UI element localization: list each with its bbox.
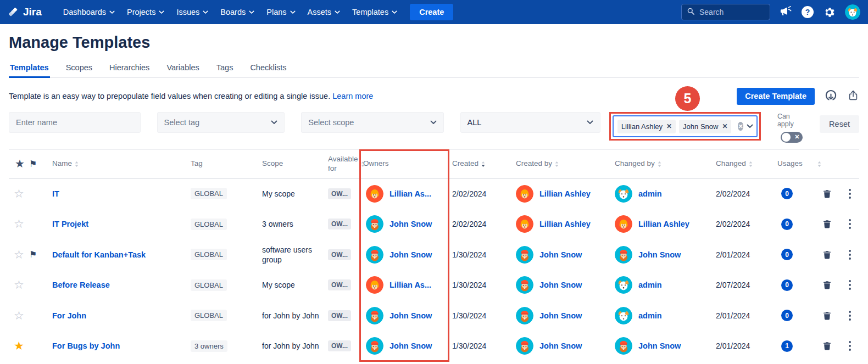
template-name-link[interactable]: For John bbox=[52, 311, 86, 320]
tag-filter-select[interactable]: Select tag bbox=[157, 112, 285, 133]
delete-button[interactable] bbox=[822, 341, 832, 351]
favorite-star-icon[interactable]: ★ bbox=[9, 339, 27, 352]
create-template-button[interactable]: Create Template bbox=[737, 88, 815, 105]
help-button[interactable]: ? bbox=[802, 6, 814, 18]
delete-button[interactable] bbox=[822, 280, 832, 290]
favorite-star-icon[interactable]: ☆ bbox=[9, 217, 27, 231]
kebab-menu-icon[interactable] bbox=[842, 219, 851, 229]
col-header-usages[interactable]: Usages bbox=[774, 159, 819, 169]
created-cell: 1/30/2024 bbox=[448, 281, 512, 289]
jira-logo[interactable]: Jira bbox=[8, 6, 42, 18]
delete-button[interactable] bbox=[822, 250, 832, 260]
user-link[interactable]: John Snow bbox=[539, 311, 582, 320]
changed-by-cell: admin bbox=[611, 307, 712, 324]
user-link[interactable]: Lillian Ashley bbox=[638, 220, 689, 228]
tag-cell: GLOBAL bbox=[187, 310, 258, 321]
user-link[interactable]: admin bbox=[638, 311, 662, 320]
user-link[interactable]: admin bbox=[638, 281, 662, 289]
template-name-link[interactable]: Before Release bbox=[52, 281, 110, 289]
user-link[interactable]: John Snow bbox=[539, 281, 582, 289]
remove-chip-icon[interactable]: ✕ bbox=[666, 123, 672, 130]
create-button[interactable]: Create bbox=[410, 4, 453, 20]
user-link[interactable]: John Snow bbox=[390, 250, 432, 259]
changed-by: admin bbox=[615, 307, 662, 324]
tab-variables[interactable]: Variables bbox=[165, 60, 200, 78]
nav-item-plans[interactable]: Plans bbox=[260, 0, 301, 24]
nav-item-assets[interactable]: Assets bbox=[302, 0, 347, 24]
tab-tags[interactable]: Tags bbox=[215, 60, 235, 78]
user-link[interactable]: Lillian As... bbox=[390, 281, 431, 289]
learn-more-link[interactable]: Learn more bbox=[332, 92, 373, 100]
user-link[interactable]: Lillian Ashley bbox=[539, 220, 591, 228]
flag-icon[interactable]: ⚑ bbox=[27, 249, 48, 260]
favorite-star-icon[interactable]: ☆ bbox=[9, 187, 27, 200]
tab-hierarchies[interactable]: Hierarchies bbox=[108, 60, 151, 78]
avatar-john bbox=[366, 215, 383, 233]
available-for-cell: OW... bbox=[324, 340, 359, 351]
user-link[interactable]: John Snow bbox=[390, 341, 432, 350]
delete-cell bbox=[819, 341, 838, 351]
template-name-link[interactable]: For Bugs by John bbox=[52, 341, 120, 350]
search-input[interactable] bbox=[699, 8, 760, 16]
clear-selection-icon[interactable]: ✕ bbox=[738, 122, 743, 131]
favorite-star-icon[interactable]: ☆ bbox=[9, 248, 27, 261]
more-cell bbox=[838, 280, 859, 290]
col-header-created[interactable]: Created bbox=[448, 159, 512, 169]
user-link[interactable]: John Snow bbox=[539, 341, 582, 350]
user-link[interactable]: John Snow bbox=[390, 220, 432, 228]
remove-chip-icon[interactable]: ✕ bbox=[722, 123, 727, 130]
delete-button[interactable] bbox=[822, 189, 832, 199]
template-name-link[interactable]: Default for Kanban+Task bbox=[52, 250, 146, 259]
settings-button[interactable] bbox=[823, 5, 836, 19]
chevron-down-icon[interactable] bbox=[747, 124, 753, 128]
available-for-badge: OW... bbox=[328, 219, 351, 229]
user-link[interactable]: John Snow bbox=[539, 250, 582, 259]
col-header-changed_by[interactable]: Changed by bbox=[611, 159, 712, 169]
nav-item-boards[interactable]: Boards bbox=[214, 0, 260, 24]
tab-checklists[interactable]: Checklists bbox=[249, 60, 287, 78]
nav-item-issues[interactable]: Issues bbox=[170, 0, 214, 24]
nav-item-dashboards[interactable]: Dashboards bbox=[57, 0, 121, 24]
user-link[interactable]: John Snow bbox=[638, 341, 681, 350]
owner-filter-multiselect[interactable]: Lillian Ashley✕John Snow✕ ✕ bbox=[613, 115, 758, 137]
type-filter-select[interactable]: ALL bbox=[460, 112, 600, 133]
user-link[interactable]: John Snow bbox=[390, 311, 432, 320]
col-header-name[interactable]: Name bbox=[48, 159, 187, 169]
kebab-menu-icon[interactable] bbox=[842, 189, 851, 199]
col-header-changed[interactable]: Changed bbox=[712, 159, 774, 169]
nav-item-projects[interactable]: Projects bbox=[121, 0, 170, 24]
kebab-menu-icon[interactable] bbox=[842, 280, 851, 290]
user-link[interactable]: John Snow bbox=[638, 250, 681, 259]
user-link[interactable]: admin bbox=[638, 189, 662, 198]
nav-item-label: Templates bbox=[352, 8, 388, 16]
template-name-link[interactable]: IT bbox=[52, 189, 59, 198]
name-filter[interactable] bbox=[9, 112, 141, 133]
kebab-menu-icon[interactable] bbox=[842, 341, 851, 351]
scope-cell: My scope bbox=[258, 280, 324, 290]
name-filter-input[interactable] bbox=[16, 118, 133, 127]
tab-templates[interactable]: Templates bbox=[9, 60, 50, 78]
scope-filter-select[interactable]: Select scope bbox=[301, 112, 443, 133]
announcements-button[interactable] bbox=[780, 5, 792, 19]
delete-button[interactable] bbox=[822, 219, 832, 229]
tab-scopes[interactable]: Scopes bbox=[65, 60, 93, 78]
user-link[interactable]: Lillian As... bbox=[390, 189, 431, 198]
delete-button[interactable] bbox=[822, 311, 832, 321]
user-avatar[interactable] bbox=[845, 4, 860, 20]
kebab-menu-icon[interactable] bbox=[842, 311, 851, 321]
reset-button[interactable]: Reset bbox=[820, 115, 859, 133]
nav-item-label: Dashboards bbox=[63, 8, 106, 16]
owner: John Snow bbox=[366, 246, 432, 264]
nav-item-templates[interactable]: Templates bbox=[346, 0, 403, 24]
col-header-available_for[interactable]: Available for bbox=[324, 155, 359, 173]
download-templates-button[interactable] bbox=[824, 88, 838, 104]
user-link[interactable]: Lillian Ashley bbox=[539, 189, 591, 198]
col-header-created_by[interactable]: Created by bbox=[512, 159, 611, 169]
can-apply-toggle[interactable]: ✕ bbox=[781, 132, 803, 143]
favorite-star-icon[interactable]: ☆ bbox=[9, 309, 27, 322]
template-name-link[interactable]: IT Projekt bbox=[52, 220, 88, 228]
kebab-menu-icon[interactable] bbox=[842, 250, 851, 260]
global-search[interactable] bbox=[681, 4, 770, 20]
favorite-star-icon[interactable]: ☆ bbox=[9, 278, 27, 292]
export-templates-button[interactable] bbox=[847, 89, 859, 103]
